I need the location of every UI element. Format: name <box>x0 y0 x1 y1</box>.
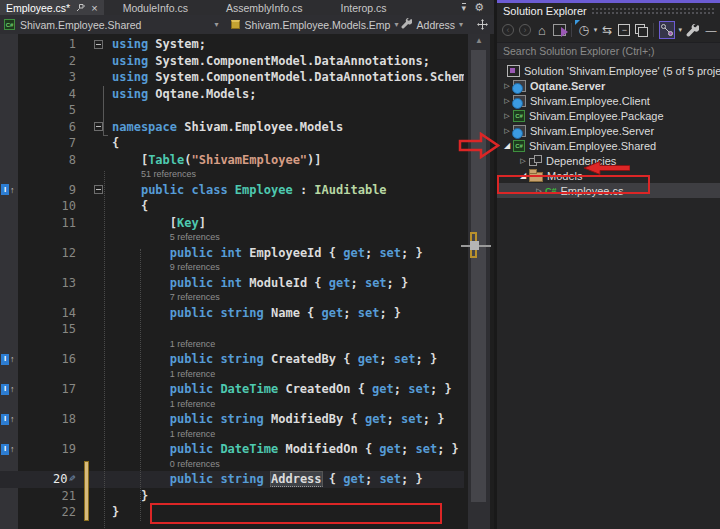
code-line[interactable]: 6namespace Shivam.Employee.Models <box>0 119 464 136</box>
gear-icon[interactable]: ⚙ <box>474 2 484 13</box>
forward-button[interactable]: › <box>518 22 532 38</box>
tree-item-solution-shivam-employee-5-of-5-projects-[interactable]: Solution 'Shivam.Employee' (5 of 5 proje… <box>497 63 720 78</box>
member-dropdown[interactable]: Address ▾ <box>397 15 472 34</box>
codelens-references[interactable]: 1 reference <box>170 338 216 351</box>
tab-assemblyinfo-cs[interactable]: AssemblyInfo.cs <box>207 0 321 15</box>
tree-item-dependencies[interactable]: ▷Dependencies <box>497 153 720 168</box>
project-dropdown[interactable]: C# Shivam.Employee.Shared ▾ <box>0 15 227 34</box>
code-line[interactable]: 14 public string Name { get; set; } <box>0 305 464 322</box>
codelens-row[interactable]: 0 references <box>0 458 464 472</box>
code-line[interactable]: 10 { <box>0 198 464 215</box>
collapse-all-button[interactable]: − <box>617 22 631 38</box>
track-active-item-button[interactable] <box>659 21 675 39</box>
tree-item-shivam-employee-server[interactable]: ▷Shivam.Employee.Server <box>497 123 720 138</box>
code-line[interactable]: 8 [Table("ShivamEmployee")] <box>0 152 464 169</box>
tree-item-shivam-employee-client[interactable]: ▷Shivam.Employee.Client <box>497 93 720 108</box>
code-line[interactable]: 5 <box>0 102 464 119</box>
code-line[interactable]: 11 [Key] <box>0 215 464 232</box>
codelens-row[interactable]: 7 references <box>0 291 464 305</box>
code-line[interactable]: I↑19 public DateTime ModifiedOn { get; s… <box>0 441 464 458</box>
codelens-row[interactable]: 1 reference <box>0 368 464 382</box>
scrollbar-thumb[interactable] <box>471 50 486 502</box>
switch-views-button[interactable] <box>552 22 566 38</box>
partial-icon: — <box>704 22 718 38</box>
code-line[interactable]: I↑9 public class Employee : IAuditable <box>0 182 464 199</box>
expander-open-icon[interactable]: ◢ <box>517 171 529 180</box>
expander-closed-icon[interactable]: ▷ <box>501 112 513 120</box>
codelens-row[interactable]: 1 reference <box>0 428 464 442</box>
code-line[interactable]: 20✎ public string Address { get; set; } <box>0 471 464 488</box>
tree-item-oqtane-server[interactable]: ▷Oqtane.Server <box>497 78 720 93</box>
code-editor[interactable]: 1using System;2using System.ComponentMod… <box>0 34 464 529</box>
solution-explorer-titlebar[interactable]: Solution Explorer <box>497 3 720 19</box>
fold-collapse-icon[interactable] <box>94 122 103 131</box>
vertical-scrollbar[interactable]: ▲ <box>468 34 490 529</box>
tree-item-models[interactable]: ◢Models <box>497 168 720 183</box>
codelens-references[interactable]: 1 reference <box>170 428 216 441</box>
tree-item-label: Shivam.Employee.Client <box>530 95 650 107</box>
splitter-move-icon[interactable] <box>471 19 494 30</box>
type-dropdown[interactable]: Shivam.Employee.Models.Emp ▾ <box>227 15 397 34</box>
code-line[interactable]: 7{ <box>0 135 464 152</box>
fold-collapse-icon[interactable] <box>94 40 103 49</box>
tree-item-shivam-employee-shared[interactable]: ◢C#Shivam.Employee.Shared <box>497 138 720 153</box>
pending-changes-filter-button[interactable]: ◷ <box>577 22 591 38</box>
home-button[interactable]: ⌂ <box>535 22 549 38</box>
code-rows: 1using System;2using System.ComponentMod… <box>0 36 464 521</box>
tree-item-label: Oqtane.Server <box>530 80 605 92</box>
implements-margin-icon[interactable]: I <box>1 414 9 425</box>
document-list-icon[interactable]: ▾ <box>462 3 467 12</box>
back-button[interactable]: ‹ <box>501 22 515 38</box>
codelens-row[interactable]: 51 references <box>0 168 464 182</box>
scrollbar-up-arrow[interactable]: ▲ <box>468 36 490 45</box>
expander-closed-icon[interactable]: ▷ <box>517 157 529 165</box>
code-line[interactable]: 4using Oqtane.Models; <box>0 86 464 103</box>
codelens-row[interactable]: 9 references <box>0 261 464 275</box>
search-input[interactable]: Search Solution Explorer (Ctrl+;) <box>497 42 720 60</box>
code-line[interactable]: 2using System.ComponentModel.DataAnnotat… <box>0 53 464 70</box>
code-line[interactable]: 13 public int ModuleId { get; set; } <box>0 275 464 292</box>
codelens-references[interactable]: 9 references <box>170 261 220 274</box>
codelens-references[interactable]: 1 reference <box>170 398 216 411</box>
implements-margin-icon[interactable]: I <box>1 444 9 455</box>
expander-closed-icon[interactable]: ▷ <box>533 187 545 195</box>
code-line[interactable]: 1using System; <box>0 36 464 53</box>
code-line[interactable]: 12 public int EmployeeId { get; set; } <box>0 245 464 262</box>
clock-icon: ◷ <box>579 23 589 37</box>
code-line[interactable]: 3using System.ComponentModel.DataAnnotat… <box>0 69 464 86</box>
tab-employee-cs[interactable]: Employee.cs* × <box>0 0 104 15</box>
tab-interop-cs[interactable]: Interop.cs <box>321 0 405 15</box>
code-line[interactable]: 21 } <box>0 488 464 505</box>
fold-collapse-icon[interactable] <box>94 185 103 194</box>
implements-margin-icon[interactable]: I <box>1 184 9 195</box>
class-icon <box>231 20 240 29</box>
chevron-down-icon[interactable]: ▾ <box>678 26 682 34</box>
pin-icon[interactable] <box>76 3 85 12</box>
chevron-down-icon[interactable]: ▾ <box>594 26 598 34</box>
codelens-row[interactable]: 1 reference <box>0 398 464 412</box>
close-icon[interactable]: × <box>91 3 97 13</box>
codelens-references[interactable]: 1 reference <box>170 368 216 381</box>
code-line[interactable]: I↑16 public string CreatedBy { get; set;… <box>0 351 464 368</box>
code-line[interactable]: I↑17 public DateTime CreatedOn { get; se… <box>0 381 464 398</box>
code-line[interactable]: 15 <box>0 321 464 338</box>
expander-open-icon[interactable]: ◢ <box>501 141 513 150</box>
web-project-icon <box>513 80 526 92</box>
codelens-row[interactable]: 5 references <box>0 231 464 245</box>
codelens-references[interactable]: 5 references <box>170 231 220 244</box>
code-line[interactable]: I↑18 public string ModifiedBy { get; set… <box>0 411 464 428</box>
codelens-references[interactable]: 0 references <box>170 458 220 471</box>
implements-margin-icon[interactable]: I <box>1 354 9 365</box>
sync-with-active-document-button[interactable]: ⇆ <box>600 22 614 38</box>
code-line[interactable]: 22} <box>0 504 464 521</box>
show-all-files-button[interactable] <box>634 22 648 38</box>
codelens-references[interactable]: 51 references <box>141 168 196 181</box>
codelens-references[interactable]: 7 references <box>170 291 220 304</box>
tree-item-shivam-employee-package[interactable]: ▷C#Shivam.Employee.Package <box>497 108 720 123</box>
csharp-project-icon: C# <box>513 110 525 122</box>
tab-moduleinfo-cs[interactable]: ModuleInfo.cs <box>104 0 207 15</box>
properties-button[interactable] <box>685 22 699 38</box>
implements-margin-icon[interactable]: I <box>1 384 9 395</box>
tree-item-employee-cs[interactable]: ▷C#Employee.cs <box>497 183 720 198</box>
codelens-row[interactable]: 1 reference <box>0 338 464 352</box>
